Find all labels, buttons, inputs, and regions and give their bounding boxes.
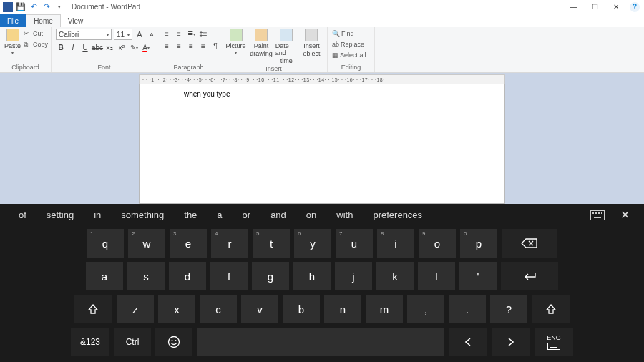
key-mode-numbers[interactable]: &123 xyxy=(71,328,109,356)
key-z[interactable]: z xyxy=(117,295,154,323)
key-h[interactable]: h xyxy=(293,262,331,290)
suggestion[interactable]: a xyxy=(207,204,232,226)
key-x[interactable]: x xyxy=(158,295,195,323)
insert-datetime-button[interactable]: Date andtime xyxy=(275,29,298,64)
copy-button[interactable]: ⧉Copy xyxy=(24,39,48,49)
suggestion[interactable]: in xyxy=(84,204,111,226)
font-color-button[interactable]: A▾ xyxy=(141,42,151,52)
key-w[interactable]: 2w xyxy=(128,229,165,258)
key-arrow-right[interactable] xyxy=(492,328,530,356)
suggestion[interactable]: preferences xyxy=(363,204,432,226)
undo-icon[interactable]: ↶ xyxy=(29,2,39,12)
key-o[interactable]: 9o xyxy=(419,229,456,258)
suggestion[interactable]: and xyxy=(260,204,296,226)
key-r[interactable]: 4r xyxy=(211,229,248,258)
font-size-select[interactable]: 11▾ xyxy=(114,29,132,40)
key-t[interactable]: 5t xyxy=(253,229,290,258)
redo-icon[interactable]: ↷ xyxy=(42,2,52,12)
key-v[interactable]: v xyxy=(241,295,278,323)
key-space[interactable] xyxy=(197,328,444,356)
close-keyboard-icon[interactable]: ✕ xyxy=(614,205,635,226)
key-ctrl[interactable]: Ctrl xyxy=(114,328,151,356)
key-i[interactable]: 8i xyxy=(377,229,414,258)
align-justify-button[interactable]: ≡ xyxy=(198,41,208,51)
key-k[interactable]: k xyxy=(376,262,414,290)
key-f[interactable]: f xyxy=(210,262,248,290)
find-button[interactable]: 🔍Find xyxy=(332,29,354,39)
line-spacing-button[interactable]: ‡≡ xyxy=(198,29,208,39)
key-shift-left[interactable] xyxy=(74,295,112,323)
suggestion[interactable]: or xyxy=(233,204,261,226)
bold-button[interactable]: B xyxy=(56,42,66,52)
key-shift-right[interactable] xyxy=(532,295,570,323)
paragraph-dialog-button[interactable]: ¶ xyxy=(210,41,220,51)
key-language[interactable]: ENG xyxy=(535,328,573,356)
shrink-font-button[interactable]: A xyxy=(147,29,157,39)
key-period[interactable]: . xyxy=(449,295,486,323)
suggestion[interactable]: something xyxy=(111,204,174,226)
key-c[interactable]: c xyxy=(200,295,237,323)
decrease-indent-button[interactable]: ≡ xyxy=(162,29,172,39)
insert-paint-button[interactable]: Paintdrawing xyxy=(250,29,273,57)
save-icon[interactable]: 💾 xyxy=(16,2,26,12)
suggestion[interactable]: of xyxy=(9,204,36,226)
tab-file[interactable]: File xyxy=(0,14,26,27)
paste-button[interactable]: Paste ▾ xyxy=(4,29,21,55)
key-q[interactable]: 1q xyxy=(87,229,124,258)
key-l[interactable]: l xyxy=(418,262,455,290)
key-apostrophe[interactable]: ' xyxy=(459,262,497,290)
strikethrough-button[interactable]: abc xyxy=(92,42,102,52)
close-button[interactable]: ✕ xyxy=(605,0,627,14)
key-y[interactable]: 6y xyxy=(294,229,331,258)
key-b[interactable]: b xyxy=(283,295,320,323)
key-m[interactable]: m xyxy=(366,295,403,323)
key-s[interactable]: s xyxy=(127,262,165,290)
key-enter[interactable] xyxy=(501,262,558,290)
key-u[interactable]: 7u xyxy=(336,229,373,258)
tab-view[interactable]: View xyxy=(61,14,91,27)
insert-object-button[interactable]: Insertobject xyxy=(301,29,323,57)
document-page[interactable]: when you type xyxy=(139,84,505,204)
suggestion[interactable]: the xyxy=(174,204,207,226)
key-e[interactable]: 3e xyxy=(170,229,207,258)
maximize-button[interactable]: ☐ xyxy=(584,0,605,14)
highlight-button[interactable]: ✎▾ xyxy=(129,42,139,52)
suggestion[interactable]: setting xyxy=(36,204,84,226)
key-g[interactable]: g xyxy=(252,262,289,290)
align-left-button[interactable]: ≡ xyxy=(162,41,172,51)
key-comma[interactable]: , xyxy=(407,295,444,323)
key-d[interactable]: d xyxy=(169,262,206,290)
increase-indent-button[interactable]: ≡ xyxy=(174,29,184,39)
insert-picture-button[interactable]: Picture▾ xyxy=(225,29,247,55)
ruler[interactable]: · · ·1· · ·2· · ·3· · ·4· · ·5· · ·6· · … xyxy=(139,74,505,84)
subscript-button[interactable]: x₂ xyxy=(104,42,114,52)
bullet-list-button[interactable]: ≣▾ xyxy=(186,29,196,39)
minimize-button[interactable]: — xyxy=(562,0,584,14)
key-p[interactable]: 0p xyxy=(460,229,497,258)
cut-button[interactable]: ✂Cut xyxy=(24,29,48,39)
suggestion[interactable]: with xyxy=(326,204,363,226)
align-center-button[interactable]: ≡ xyxy=(174,41,184,51)
key-arrow-left[interactable] xyxy=(449,328,487,356)
key-emoji[interactable] xyxy=(155,328,192,356)
tab-home[interactable]: Home xyxy=(26,14,61,27)
italic-button[interactable]: I xyxy=(68,42,78,52)
key-a[interactable]: a xyxy=(86,262,123,290)
replace-button[interactable]: abReplace xyxy=(332,39,364,49)
font-name-select[interactable]: Calibri▾ xyxy=(56,29,112,40)
help-button[interactable]: ? xyxy=(630,2,640,12)
key-n[interactable]: n xyxy=(324,295,361,323)
underline-button[interactable]: U xyxy=(80,42,90,52)
align-right-button[interactable]: ≡ xyxy=(186,41,196,51)
keyboard-layout-icon[interactable] xyxy=(587,205,608,226)
suggestion[interactable]: on xyxy=(296,204,326,226)
key-j[interactable]: j xyxy=(335,262,372,290)
grow-font-button[interactable]: A xyxy=(135,29,145,39)
superscript-button[interactable]: x² xyxy=(117,42,127,52)
key-question[interactable]: ? xyxy=(490,295,527,323)
svg-rect-0 xyxy=(591,210,605,220)
key-backspace[interactable] xyxy=(502,229,557,258)
qat-dropdown-icon[interactable]: ▾ xyxy=(54,2,64,12)
select-all-button[interactable]: ▦Select all xyxy=(332,50,366,60)
svg-rect-4 xyxy=(601,212,602,214)
